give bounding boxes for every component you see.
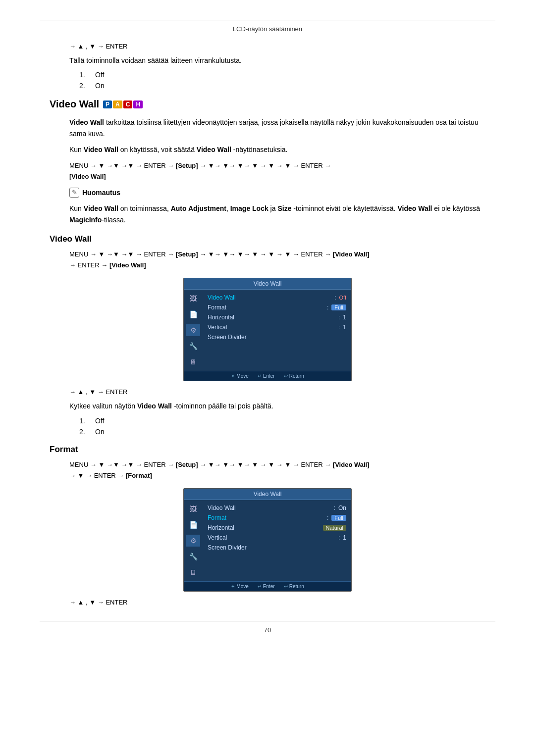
screenshot-body-2: 🖼 📄 ⚙ 🔧 🖥 Video Wall : On [184,500,351,581]
badge-p: P [103,101,112,108]
video-wall-desc2: Kun Video Wall on käytössä, voit säätää … [69,144,485,155]
video-wall-sub-arrow: → ▲ , ▼ → ENTER [69,388,485,396]
menu-label: Horizontal [208,524,234,531]
list-item: 1. Off [79,71,485,79]
footer-return-label: Return [289,584,304,589]
menu-value: : Off [333,294,346,301]
note-text: Huomautus [82,187,120,198]
menu-label: Format [208,304,226,311]
menu-row: Video Wall : Off [208,293,346,302]
value-natural: Natural [323,525,346,531]
format-menu-path: MENU → ▼ →▼ →▼ → ENTER → [Setup] → ▼→ ▼→… [69,459,485,481]
page-header: LCD-näytön säätäminen [40,20,495,33]
menu-value: : Full [326,514,346,521]
screenshot-footer-2: ✦ Move ↵ Enter ↩ Return [184,581,351,591]
menu-label: Screen Divider [208,334,247,341]
menu-value: : 1 [337,324,346,331]
badge-a: A [113,101,122,108]
list-item: 2. On [79,428,485,436]
badge-c: C [123,101,133,108]
value-normal: 1 [343,534,346,541]
note-box: ✎ Huomautus [69,187,485,198]
value-normal: 1 [343,314,346,321]
menu-value: : 1 [337,314,346,321]
footer-move: ✦ Move [231,373,248,379]
sidebar-icon-4: 🔧 [186,340,200,352]
footer-move: ✦ Move [231,584,248,589]
footer-return-label: Return [289,373,304,379]
sidebar-icon-4: 🔧 [186,551,200,562]
value-highlight: Full [331,515,346,521]
note-icon: ✎ [69,188,79,198]
menu-row: Screen Divider [208,332,346,342]
badge-group: P A C H [103,101,143,108]
video-wall-sub-desc: Kytkee valitun näytön Video Wall -toimin… [69,401,485,411]
intro-description: Tällä toiminnolla voidaan säätää laittee… [69,55,485,66]
format-arrow-line: → ▲ , ▼ → ENTER [69,599,485,606]
menu-row: Horizontal Natural [208,523,346,533]
page-footer: 70 [40,621,495,634]
menu-row: Screen Divider [208,543,346,553]
note-content: Kun Video Wall on toiminnassa, Auto Adju… [69,203,485,225]
menu-label: Video Wall [208,294,236,301]
footer-return: ↩ Return [284,584,304,589]
screenshot-body: 🖼 📄 ⚙ 🔧 🖥 Video Wall : Off [184,290,351,371]
screenshot-sidebar: 🖼 📄 ⚙ 🔧 🖥 [184,290,203,371]
screenshot-panel: Video Wall 🖼 📄 ⚙ 🔧 🖥 Video Wall : [183,278,352,381]
footer-enter: ↵ Enter [258,373,275,379]
footer-enter-label: Enter [263,584,275,589]
menu-value: : 1 [337,534,346,541]
screenshot-video-wall: Video Wall 🖼 📄 ⚙ 🔧 🖥 Video Wall : [50,278,485,381]
screenshot-format: Video Wall 🖼 📄 ⚙ 🔧 🖥 Video Wall : [50,488,485,592]
video-wall-sub-menu-path: MENU → ▼ →▼ →▼ → ENTER → [Setup] → ▼→ ▼→… [69,249,485,271]
enter-icon: ↵ [258,373,262,379]
screenshot-menu-2: Video Wall : On Format : Full [203,500,351,581]
menu-value: : On [333,504,346,511]
enter-icon: ↵ [258,584,262,589]
value-highlight: Full [331,304,346,310]
menu-row: Vertical : 1 [208,322,346,332]
menu-label: Vertical [208,324,227,331]
move-icon: ✦ [231,373,235,379]
menu-label: Vertical [208,534,227,541]
sidebar-icon-2: 📄 [186,519,200,531]
footer-move-label: Move [236,373,248,379]
screenshot-menu: Video Wall : Off Format : Full [203,290,351,371]
sidebar-icon-3: ⚙ [186,535,200,547]
move-icon: ✦ [231,584,235,589]
video-wall-desc1: Video Wall tarkoittaa toisiinsa liitetty… [69,117,485,139]
sidebar-icon-5: 🖥 [186,356,200,368]
sidebar-icon-2: 📄 [186,308,200,320]
footer-return: ↩ Return [284,373,304,379]
menu-row: Format : Full [208,513,346,523]
screenshot-panel-2: Video Wall 🖼 📄 ⚙ 🔧 🖥 Video Wall : [183,488,352,592]
list-item: 2. On [79,82,485,90]
sidebar-icon-5: 🖥 [186,566,200,578]
menu-value: Natural [319,525,346,531]
screenshot-sidebar-2: 🖼 📄 ⚙ 🔧 🖥 [184,500,203,581]
value-normal: 1 [343,324,346,331]
sidebar-icon-1: 🖼 [186,293,200,304]
page-number: 70 [264,626,271,634]
menu-label: Screen Divider [208,544,247,551]
format-sub-heading: Format [50,445,485,454]
badge-h: H [133,101,143,108]
sidebar-icon-1: 🖼 [186,503,200,515]
footer-enter: ↵ Enter [258,584,275,589]
screenshot-title: Video Wall [184,278,351,290]
menu-row: Horizontal : 1 [208,312,346,322]
menu-row: Format : Full [208,302,346,312]
content-area: → ▲ , ▼ → ENTER Tällä toiminnolla voidaa… [40,43,495,606]
header-title: LCD-näytön säätäminen [233,25,302,33]
menu-label: Horizontal [208,314,234,321]
video-wall-sub-heading: Video Wall [50,234,485,244]
page: LCD-näytön säätäminen → ▲ , ▼ → ENTER Tä… [0,0,535,756]
value-on: On [338,504,346,511]
intro-arrow-line: → ▲ , ▼ → ENTER [69,43,485,50]
list-item: 1. Off [79,417,485,425]
return-icon: ↩ [284,584,288,589]
menu-label: Format [208,514,226,521]
return-icon: ↩ [284,373,288,379]
menu-row: Video Wall : On [208,503,346,513]
menu-label: Video Wall [208,504,236,511]
